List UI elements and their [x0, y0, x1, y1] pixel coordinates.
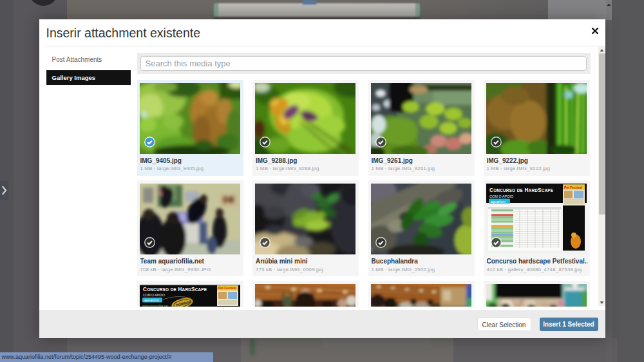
- svg-text:COM O APOIO: COM O APOIO: [489, 195, 514, 198]
- svg-text:CONCURSO DE HARDSCAPE: CONCURSO DE HARDSCAPE: [143, 287, 207, 292]
- svg-text:Pet Festival: Pet Festival: [564, 186, 582, 189]
- svg-text:www.aquariofilia.net: www.aquariofilia.net: [142, 305, 169, 307]
- svg-text:CONCURSO DE HARDSCAPE: CONCURSO DE HARDSCAPE: [489, 187, 554, 193]
- svg-text:COM O APOIO: COM O APOIO: [143, 293, 165, 297]
- svg-text:Pet Festival: Pet Festival: [218, 286, 236, 290]
- svg-text:aquarium: aquarium: [144, 298, 159, 302]
- svg-text:aquarium: aquarium: [491, 200, 506, 204]
